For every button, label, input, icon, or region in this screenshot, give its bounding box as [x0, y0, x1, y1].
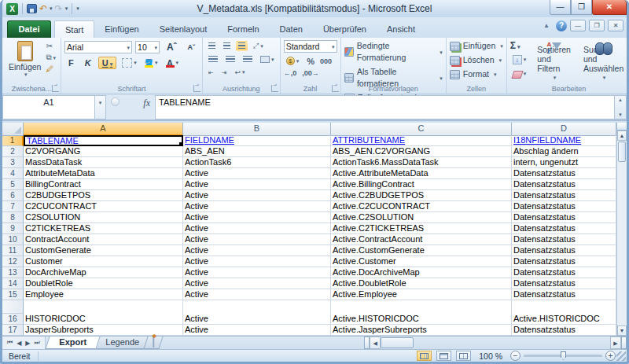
- cell[interactable]: Active: [183, 168, 331, 179]
- tab-formeln[interactable]: Formeln: [217, 20, 269, 38]
- view-page-break-button[interactable]: [456, 351, 471, 361]
- workbook-minimize-button[interactable]: —: [570, 20, 586, 31]
- column-header-c[interactable]: C: [331, 123, 512, 136]
- fill-color-icon[interactable]: 🪣: [142, 57, 160, 69]
- formula-input[interactable]: TABLENAME: [155, 95, 614, 119]
- scroll-up-icon[interactable]: ▲: [617, 131, 627, 141]
- cell[interactable]: TABLENAME: [24, 135, 183, 146]
- find-select-button[interactable]: Suchen und Auswählen: [579, 40, 627, 83]
- tab-daten[interactable]: Daten: [270, 20, 313, 38]
- cell[interactable]: FIELDNAME: [183, 135, 331, 146]
- cell[interactable]: ATTRIBUTENAME: [331, 135, 512, 146]
- row-header[interactable]: 8: [2, 212, 24, 223]
- prev-sheet-icon[interactable]: ◀: [15, 340, 23, 347]
- horizontal-scrollbar[interactable]: ◀ ▶: [167, 336, 627, 349]
- vertical-scroll-thumb[interactable]: [618, 142, 626, 162]
- clipboard-dialog-launcher[interactable]: [52, 85, 59, 92]
- decrease-decimal-icon[interactable]: ,00→: [302, 69, 319, 77]
- cell[interactable]: I18NFIELDNAME: [512, 135, 616, 146]
- border-icon[interactable]: [120, 57, 139, 69]
- cell[interactable]: Datensatzstatus: [512, 201, 616, 212]
- cell[interactable]: ABS_AEN.C2VORGANG: [331, 146, 512, 157]
- font-color-icon[interactable]: A: [164, 57, 182, 69]
- cell[interactable]: Active.C2BUDGETPOS: [331, 190, 512, 201]
- vertical-scrollbar[interactable]: ▲ ▼: [616, 123, 627, 336]
- row-header[interactable]: 14: [2, 278, 24, 289]
- font-size-combo[interactable]: 10: [135, 41, 160, 53]
- insert-cells-button[interactable]: Einfügen: [450, 40, 503, 52]
- collapse-ribbon-icon[interactable]: ▲: [540, 20, 553, 31]
- cell[interactable]: [24, 300, 183, 314]
- tab-ansicht[interactable]: Ansicht: [377, 20, 425, 38]
- hsplit-handle[interactable]: [621, 336, 627, 349]
- cell[interactable]: Active.C2CUCONTRACT: [331, 201, 512, 212]
- cell[interactable]: Datensatzstatus: [512, 278, 616, 289]
- orientation-icon[interactable]: ⤢: [251, 40, 266, 52]
- accounting-format-icon[interactable]: $: [284, 55, 302, 67]
- alignment-dialog-launcher[interactable]: [271, 85, 278, 92]
- align-top-icon[interactable]: [206, 41, 218, 51]
- name-box[interactable]: A1: [2, 95, 95, 119]
- formula-bar-expand[interactable]: ▲▼: [614, 95, 627, 119]
- tab-seitenlayout[interactable]: Seitenlayout: [149, 20, 218, 38]
- shrink-font-icon[interactable]: Aˇ: [184, 42, 200, 53]
- cell[interactable]: Active: [183, 234, 331, 245]
- cell[interactable]: Active.HISTORICDOC: [331, 314, 512, 325]
- cell[interactable]: Active: [183, 325, 331, 336]
- cell[interactable]: Active: [183, 179, 331, 190]
- row-header[interactable]: 15: [2, 289, 24, 300]
- sort-filter-button[interactable]: AZ Sortieren und Filtern: [533, 40, 575, 83]
- cell[interactable]: HISTORICDOC: [24, 314, 183, 325]
- cell[interactable]: CustomGenerate: [24, 245, 183, 256]
- scroll-right-icon[interactable]: ▶: [610, 336, 621, 349]
- cell[interactable]: C2TICKETREAS: [24, 223, 183, 234]
- cell[interactable]: BillingContract: [24, 179, 183, 190]
- row-header[interactable]: 13: [2, 267, 24, 278]
- name-box-dropdown-icon[interactable]: ▾: [95, 95, 106, 119]
- cell[interactable]: Active: [183, 314, 331, 325]
- cell[interactable]: Active.Employee: [331, 289, 512, 300]
- cell[interactable]: ContractAccount: [24, 234, 183, 245]
- cell[interactable]: C2BUDGETPOS: [24, 190, 183, 201]
- cell[interactable]: DoubletRole: [24, 278, 183, 289]
- row-header[interactable]: 10: [2, 234, 24, 245]
- column-header-b[interactable]: B: [183, 123, 331, 136]
- help-icon[interactable]: ?: [556, 20, 567, 31]
- next-sheet-icon[interactable]: ▶: [24, 340, 31, 347]
- cell[interactable]: ABS_AEN: [183, 146, 331, 157]
- cell[interactable]: [512, 300, 616, 314]
- tab-überprüfen[interactable]: Überprüfen: [313, 20, 377, 38]
- cell[interactable]: MassDataTask: [24, 157, 183, 168]
- cell[interactable]: Active: [183, 201, 331, 212]
- increase-indent-icon[interactable]: ⇥: [219, 68, 230, 78]
- cell[interactable]: Active: [183, 278, 331, 289]
- cell[interactable]: Active: [183, 245, 331, 256]
- cell[interactable]: Employee: [24, 289, 183, 300]
- cell[interactable]: Active: [183, 289, 331, 300]
- zoom-out-icon[interactable]: −: [510, 351, 520, 361]
- cell[interactable]: C2CUCONTRACT: [24, 201, 183, 212]
- column-header-a[interactable]: A: [24, 123, 183, 136]
- delete-cells-button[interactable]: Löschen: [450, 54, 503, 66]
- decrease-indent-icon[interactable]: ⇤: [206, 68, 216, 78]
- row-header[interactable]: 17: [2, 325, 24, 336]
- cell[interactable]: Active.C2TICKETREAS: [331, 223, 512, 234]
- cell[interactable]: ActionTask6.MassDataTask: [331, 157, 512, 168]
- cell[interactable]: Active.BillingContract: [331, 179, 512, 190]
- row-header[interactable]: 12: [2, 256, 24, 267]
- cell[interactable]: Active.HISTORICDOC: [512, 314, 616, 325]
- close-button[interactable]: ✕: [592, 0, 627, 15]
- clear-button[interactable]: [510, 68, 529, 80]
- cell[interactable]: Datensatzstatus: [512, 256, 616, 267]
- column-header-d[interactable]: D: [512, 123, 616, 136]
- cell[interactable]: Active: [183, 256, 331, 267]
- row-header[interactable]: 6: [2, 190, 24, 201]
- zoom-slider-thumb[interactable]: [561, 351, 566, 360]
- italic-button[interactable]: K: [81, 57, 95, 69]
- comma-style-icon[interactable]: 000: [320, 57, 332, 65]
- align-center-icon[interactable]: [223, 54, 237, 64]
- wrap-text-icon[interactable]: ↩: [233, 67, 248, 78]
- row-header[interactable]: [2, 300, 24, 314]
- fill-button[interactable]: ↓: [510, 53, 529, 66]
- cut-icon[interactable]: ✂: [44, 42, 57, 51]
